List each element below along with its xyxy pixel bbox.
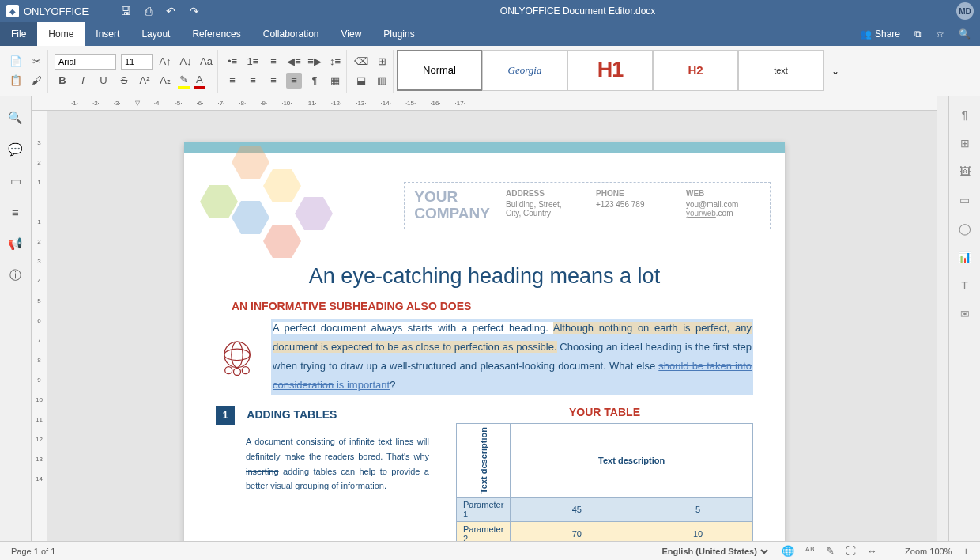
tab-insert[interactable]: Insert <box>85 22 130 46</box>
bullets-icon[interactable]: •≡ <box>224 54 240 70</box>
main-heading[interactable]: An eye-catching heading means a lot <box>184 256 785 300</box>
section-title[interactable]: ADDING TABLES <box>247 408 337 421</box>
image-settings-icon[interactable]: 🖼 <box>959 165 971 178</box>
fit-width-icon[interactable]: ↔ <box>867 545 877 557</box>
line-spacing-icon[interactable]: ↕≡ <box>327 54 343 70</box>
cut-icon[interactable]: ✂ <box>28 54 44 70</box>
language-select[interactable]: English (United States) <box>659 546 771 557</box>
paste-icon[interactable]: 📋 <box>8 73 24 89</box>
undo-icon[interactable]: ↶ <box>166 5 175 17</box>
numbering-icon[interactable]: 1≡ <box>245 54 261 70</box>
document-title: ONLYOFFICE Document Editor.docx <box>199 6 956 17</box>
sub-heading[interactable]: AN INFORMATIVE SUBHEADING ALSO DOES <box>184 300 785 319</box>
fit-page-icon[interactable]: ⛶ <box>846 545 856 557</box>
style-h2[interactable]: H2 <box>653 50 738 91</box>
multilevel-icon[interactable]: ≡ <box>266 54 281 70</box>
page-indicator[interactable]: Page 1 of 1 <box>11 547 55 556</box>
spellcheck-icon[interactable]: 🌐 <box>782 545 794 557</box>
highlight-icon[interactable]: ✎ <box>178 73 190 89</box>
zoom-in-icon[interactable]: + <box>963 545 969 557</box>
table-settings-icon[interactable]: ⊞ <box>960 137 970 149</box>
style-h1[interactable]: H1 <box>567 50 653 91</box>
tab-layout[interactable]: Layout <box>130 22 181 46</box>
tab-home[interactable]: Home <box>37 22 85 46</box>
spell-toggle-icon[interactable]: ᴬᴮ <box>805 545 815 557</box>
header-settings-icon[interactable]: ▭ <box>959 194 970 206</box>
italic-icon[interactable]: I <box>75 73 91 89</box>
zoom-out-icon[interactable]: − <box>888 545 895 557</box>
copy-icon[interactable]: 📄 <box>8 54 24 70</box>
quick-access-toolbar: 🖫 ⎙ ↶ ↷ <box>120 5 199 17</box>
find-icon[interactable]: 🔍 <box>8 111 23 125</box>
vertical-ruler[interactable]: 3211234567891011121314 <box>32 111 47 541</box>
mail-merge-icon[interactable]: ✉ <box>960 308 970 320</box>
chart-settings-icon[interactable]: 📊 <box>958 251 971 263</box>
align-right-icon[interactable]: ≡ <box>266 73 281 89</box>
tab-view[interactable]: View <box>330 22 373 46</box>
search-icon[interactable]: 🔍 <box>959 28 971 40</box>
align-center-icon[interactable]: ≡ <box>245 73 261 89</box>
tab-references[interactable]: References <box>181 22 251 46</box>
comments-icon[interactable]: 💬 <box>8 142 23 157</box>
feedback-icon[interactable]: 📢 <box>8 236 23 251</box>
print-icon[interactable]: ⎙ <box>145 5 152 17</box>
bold-icon[interactable]: B <box>55 73 70 89</box>
horizontal-ruler[interactable]: ·1··2··3·▽·4··5··6··7··8··9··10··11··12·… <box>32 96 937 111</box>
style-text[interactable]: text <box>738 50 824 91</box>
superscript-icon[interactable]: A² <box>137 73 153 89</box>
paragraph-mark-icon[interactable]: ¶ <box>307 73 322 89</box>
insert-table-icon[interactable]: ⊞ <box>374 54 390 70</box>
open-location-icon[interactable]: ⧉ <box>914 28 922 40</box>
page[interactable]: YOURCOMPANY ADDRESSBuilding, Street,City… <box>184 142 785 541</box>
table-title[interactable]: YOUR TABLE <box>456 406 753 418</box>
tab-file[interactable]: File <box>0 22 37 46</box>
style-normal[interactable]: Normal <box>397 50 482 91</box>
decrease-indent-icon[interactable]: ◀≡ <box>286 54 302 70</box>
globe-icon <box>216 336 258 379</box>
data-table[interactable]: Text descriptionText description Paramet… <box>456 423 753 541</box>
save-icon[interactable]: 🖫 <box>120 5 131 17</box>
strike-icon[interactable]: S <box>116 73 132 89</box>
style-expand-icon[interactable]: ⌄ <box>824 50 847 93</box>
shape-settings-icon[interactable]: ◯ <box>959 222 971 235</box>
justify-icon[interactable]: ≡ <box>286 73 302 89</box>
share-button[interactable]: 👥 Share <box>860 28 900 40</box>
document-area[interactable]: ·1··2··3·▽·4··5··6··7··8··9··10··11··12·… <box>32 96 937 541</box>
user-avatar[interactable]: MD <box>956 2 974 20</box>
section-body[interactable]: A document consisting of infinite text l… <box>216 434 429 494</box>
format-painter-icon[interactable]: 🖌 <box>28 73 44 89</box>
navigation-icon[interactable]: ≡ <box>12 206 19 219</box>
tab-collaboration[interactable]: Collaboration <box>252 22 330 46</box>
font-color-icon[interactable]: A <box>194 73 205 89</box>
font-family-select[interactable] <box>55 54 116 70</box>
underline-icon[interactable]: U <box>96 73 111 89</box>
clear-style-icon[interactable]: ⌫ <box>353 54 369 70</box>
increase-indent-icon[interactable]: ≡▶ <box>307 54 322 70</box>
increase-font-icon[interactable]: A↑ <box>157 54 173 70</box>
shading-icon[interactable]: ▦ <box>327 73 343 89</box>
about-icon[interactable]: ⓘ <box>9 268 21 283</box>
table-row: Parameter 1455 <box>457 498 753 522</box>
body-paragraph[interactable]: A perfect document always starts with a … <box>271 319 753 395</box>
track-changes-icon[interactable]: ✎ <box>826 545 835 557</box>
merge-icon[interactable]: ⬓ <box>353 73 369 89</box>
change-case-icon[interactable]: Aa <box>198 54 214 70</box>
align-left-icon[interactable]: ≡ <box>224 73 240 89</box>
style-georgia[interactable]: Georgia <box>482 50 567 91</box>
columns-icon[interactable]: ▥ <box>374 73 390 89</box>
right-panel: ¶ ⊞ 🖼 ▭ ◯ 📊 T ✉ <box>948 96 980 541</box>
zoom-level[interactable]: Zoom 100% <box>905 547 952 556</box>
menu-bar: File Home Insert Layout References Colla… <box>0 22 980 46</box>
chat-icon[interactable]: ▭ <box>10 174 21 188</box>
web-link[interactable]: yourweb <box>686 209 716 218</box>
font-size-select[interactable] <box>121 54 153 70</box>
redo-icon[interactable]: ↷ <box>190 5 199 17</box>
paragraph-settings-icon[interactable]: ¶ <box>962 108 968 121</box>
favorite-icon[interactable]: ☆ <box>936 28 944 40</box>
textart-settings-icon[interactable]: T <box>961 279 968 292</box>
vertical-scrollbar[interactable] <box>937 96 948 541</box>
decrease-font-icon[interactable]: A↓ <box>178 54 194 70</box>
tab-plugins[interactable]: Plugins <box>372 22 425 46</box>
subscript-icon[interactable]: A₂ <box>157 73 173 89</box>
svg-point-5 <box>242 367 249 374</box>
